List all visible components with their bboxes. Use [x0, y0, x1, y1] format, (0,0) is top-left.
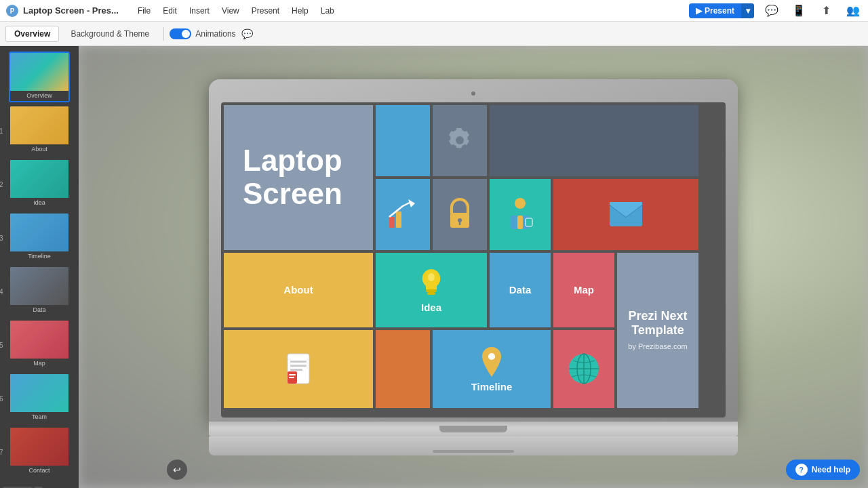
laptop-frame: LaptopScreen	[209, 79, 738, 455]
slide-thumb-map[interactable]: Map	[9, 319, 70, 370]
slide-label-team: Team	[10, 412, 68, 422]
slide-wrapper-overview: Overview	[9, 52, 70, 102]
svg-rect-19	[290, 361, 307, 363]
slide-preview-team	[10, 374, 68, 412]
tab-background-theme[interactable]: Background & Theme	[62, 26, 158, 42]
tile-prezi[interactable]: Prezi Next Template by Prezibase.com	[617, 253, 698, 408]
slide-preview-data	[10, 267, 68, 305]
doc-icon	[283, 351, 313, 386]
slide-thumb-data[interactable]: Data	[9, 266, 70, 317]
slide-label-contact: Contact	[10, 466, 68, 476]
slide-number-6: 6	[0, 394, 3, 402]
present-button[interactable]: ▶ Present ▾	[689, 3, 754, 18]
tab-overview[interactable]: Overview	[5, 26, 59, 42]
slide-preview-about	[10, 106, 68, 144]
bulb-icon	[416, 266, 446, 302]
slide-thumb-contact[interactable]: Contact	[9, 426, 70, 477]
tile-timeline[interactable]: Timeline	[433, 330, 551, 408]
menu-present[interactable]: Present	[246, 5, 285, 17]
canvas-area: LaptopScreen	[79, 46, 868, 488]
app-title: Laptop Screen - Pres...	[23, 5, 119, 16]
lock-icon	[446, 198, 473, 230]
slide-wrapper-idea: 2 Idea	[9, 159, 70, 209]
tile-mail[interactable]	[553, 179, 698, 250]
menu-help[interactable]: Help	[286, 5, 314, 17]
svg-point-17	[428, 273, 435, 281]
users-icon[interactable]: 👥	[844, 1, 863, 20]
svg-point-25	[488, 353, 495, 360]
title-text: LaptopScreen	[243, 144, 342, 210]
laptop-screen: LaptopScreen	[221, 102, 726, 418]
present-button-label: ▶ Present	[689, 3, 741, 18]
slide-preview-contact	[10, 428, 68, 466]
tile-lock[interactable]	[433, 179, 487, 250]
menu-edit[interactable]: Edit	[157, 5, 182, 17]
tile-doc[interactable]	[224, 330, 373, 408]
tile-orange[interactable]	[376, 330, 430, 408]
toolbar-comment-icon[interactable]: 💬	[241, 28, 253, 39]
tile-data[interactable]: Data	[490, 253, 551, 327]
tile-chart[interactable]	[376, 179, 430, 250]
slide-thumb-team[interactable]: Team	[9, 373, 70, 424]
svg-rect-16	[427, 292, 435, 295]
svg-rect-11	[517, 216, 523, 229]
tile-person[interactable]	[490, 179, 551, 250]
svg-point-7	[458, 218, 462, 222]
tile-gear[interactable]	[433, 105, 487, 176]
share-icon[interactable]: ⬆	[816, 1, 835, 20]
tile-title[interactable]: LaptopScreen	[224, 105, 373, 250]
tile-about[interactable]: About	[224, 253, 373, 327]
slide-preview-overview	[10, 53, 68, 91]
menu-insert[interactable]: Insert	[184, 5, 215, 17]
slide-thumb-timeline[interactable]: Timeline	[9, 212, 70, 263]
tile-blue-top[interactable]	[376, 105, 430, 176]
present-dropdown-arrow[interactable]: ▾	[741, 3, 754, 18]
main-area: Overview 1 About 2 Idea 3 Timeline	[0, 46, 868, 488]
slide-number-1: 1	[0, 127, 3, 134]
animations-switch[interactable]	[170, 28, 191, 39]
need-help-label: Need help	[812, 465, 850, 474]
slide-label-data: Data	[10, 305, 68, 315]
person-icon	[505, 197, 535, 232]
menu-lab[interactable]: Lab	[315, 5, 340, 17]
slide-thumb-about[interactable]: About	[9, 105, 70, 156]
tile-idea[interactable]: Idea	[376, 253, 487, 327]
tile-map[interactable]: Map	[553, 253, 614, 327]
tile-map-label: Map	[574, 284, 594, 296]
need-help-button[interactable]: ? Need help	[786, 460, 860, 480]
laptop-camera-bar	[221, 87, 726, 100]
globe-icon	[566, 351, 601, 386]
tile-idea-label: Idea	[421, 302, 441, 313]
toolbar: Overview Background & Theme Animations 💬	[0, 22, 868, 46]
slide-number-4: 4	[0, 287, 3, 295]
mail-icon	[608, 201, 644, 228]
slide-wrapper-timeline: 3 Timeline	[9, 212, 70, 263]
svg-rect-24	[289, 377, 294, 378]
svg-rect-12	[526, 218, 532, 226]
menu-view[interactable]: View	[216, 5, 245, 17]
slide-thumb-idea[interactable]: Idea	[9, 159, 70, 209]
tile-about-label: About	[283, 284, 313, 296]
back-arrow-button[interactable]: ↩	[167, 460, 187, 480]
comments-icon[interactable]: 💬	[762, 1, 781, 20]
slide-label-timeline: Timeline	[10, 251, 68, 262]
svg-rect-15	[426, 289, 437, 292]
tile-globe[interactable]	[553, 330, 614, 408]
add-topic-area: + Topic ▾	[0, 483, 79, 488]
svg-rect-21	[290, 369, 302, 371]
laptop-base	[209, 422, 738, 436]
slide-thumb-overview[interactable]: Overview	[9, 52, 70, 102]
slide-number-2: 2	[0, 180, 3, 188]
laptop-hinge	[439, 426, 507, 432]
prezi-title: Prezi Next Template	[625, 309, 690, 338]
gear-icon	[443, 124, 476, 157]
animations-label: Animations	[195, 29, 235, 39]
present-remote-icon[interactable]: 📱	[789, 1, 808, 20]
tile-dark-top[interactable]	[490, 105, 698, 176]
svg-rect-23	[289, 374, 296, 375]
slide-number-7: 7	[0, 448, 3, 455]
presentation-grid: LaptopScreen	[221, 102, 726, 418]
menu-file[interactable]: File	[132, 5, 156, 17]
slide-preview-idea	[10, 160, 68, 198]
animations-toggle[interactable]: Animations	[170, 28, 235, 39]
